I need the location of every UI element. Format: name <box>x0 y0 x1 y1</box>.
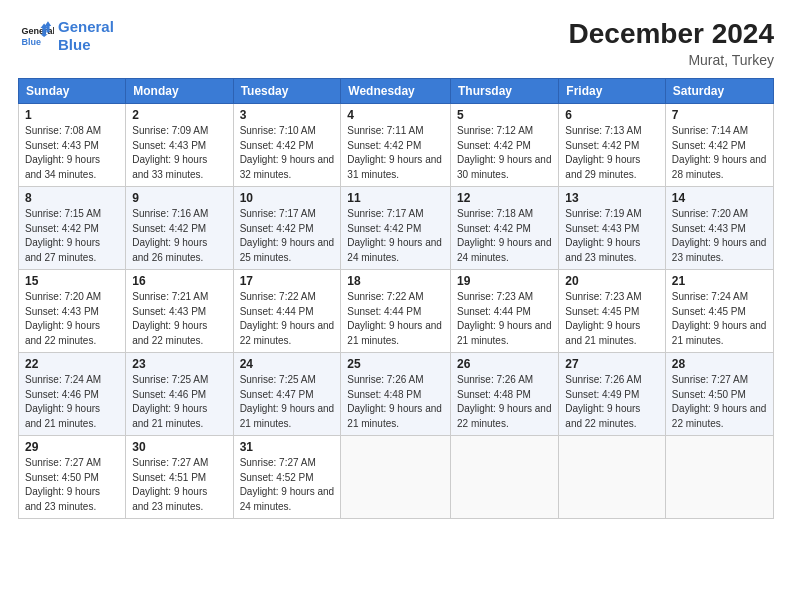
calendar-cell: 4 Sunrise: 7:11 AM Sunset: 4:42 PM Dayli… <box>341 104 451 187</box>
col-saturday: Saturday <box>665 79 773 104</box>
calendar-cell: 20 Sunrise: 7:23 AM Sunset: 4:45 PM Dayl… <box>559 270 666 353</box>
calendar-cell: 26 Sunrise: 7:26 AM Sunset: 4:48 PM Dayl… <box>450 353 558 436</box>
day-number: 14 <box>672 191 767 205</box>
calendar-cell: 25 Sunrise: 7:26 AM Sunset: 4:48 PM Dayl… <box>341 353 451 436</box>
day-info: Sunrise: 7:24 AM Sunset: 4:46 PM Dayligh… <box>25 374 101 429</box>
calendar-week-row: 15 Sunrise: 7:20 AM Sunset: 4:43 PM Dayl… <box>19 270 774 353</box>
day-number: 17 <box>240 274 335 288</box>
day-info: Sunrise: 7:21 AM Sunset: 4:43 PM Dayligh… <box>132 291 208 346</box>
col-monday: Monday <box>126 79 233 104</box>
main-title: December 2024 <box>569 18 774 50</box>
day-info: Sunrise: 7:25 AM Sunset: 4:46 PM Dayligh… <box>132 374 208 429</box>
page: General Blue GeneralBlue December 2024 M… <box>0 0 792 612</box>
calendar-cell: 7 Sunrise: 7:14 AM Sunset: 4:42 PM Dayli… <box>665 104 773 187</box>
day-info: Sunrise: 7:27 AM Sunset: 4:50 PM Dayligh… <box>672 374 767 429</box>
logo-text: GeneralBlue <box>58 18 114 54</box>
day-number: 9 <box>132 191 226 205</box>
day-number: 13 <box>565 191 659 205</box>
calendar-cell: 12 Sunrise: 7:18 AM Sunset: 4:42 PM Dayl… <box>450 187 558 270</box>
calendar-cell-empty <box>665 436 773 519</box>
day-info: Sunrise: 7:08 AM Sunset: 4:43 PM Dayligh… <box>25 125 101 180</box>
logo-icon: General Blue <box>18 18 54 54</box>
day-info: Sunrise: 7:23 AM Sunset: 4:45 PM Dayligh… <box>565 291 641 346</box>
day-number: 18 <box>347 274 444 288</box>
day-number: 4 <box>347 108 444 122</box>
calendar-cell: 18 Sunrise: 7:22 AM Sunset: 4:44 PM Dayl… <box>341 270 451 353</box>
day-info: Sunrise: 7:13 AM Sunset: 4:42 PM Dayligh… <box>565 125 641 180</box>
day-info: Sunrise: 7:22 AM Sunset: 4:44 PM Dayligh… <box>347 291 442 346</box>
day-info: Sunrise: 7:09 AM Sunset: 4:43 PM Dayligh… <box>132 125 208 180</box>
day-info: Sunrise: 7:27 AM Sunset: 4:52 PM Dayligh… <box>240 457 335 512</box>
calendar-cell: 31 Sunrise: 7:27 AM Sunset: 4:52 PM Dayl… <box>233 436 341 519</box>
day-number: 30 <box>132 440 226 454</box>
day-info: Sunrise: 7:26 AM Sunset: 4:49 PM Dayligh… <box>565 374 641 429</box>
calendar-week-row: 1 Sunrise: 7:08 AM Sunset: 4:43 PM Dayli… <box>19 104 774 187</box>
calendar-cell: 30 Sunrise: 7:27 AM Sunset: 4:51 PM Dayl… <box>126 436 233 519</box>
day-number: 7 <box>672 108 767 122</box>
calendar-cell: 28 Sunrise: 7:27 AM Sunset: 4:50 PM Dayl… <box>665 353 773 436</box>
day-info: Sunrise: 7:23 AM Sunset: 4:44 PM Dayligh… <box>457 291 552 346</box>
calendar-cell: 2 Sunrise: 7:09 AM Sunset: 4:43 PM Dayli… <box>126 104 233 187</box>
calendar-cell: 11 Sunrise: 7:17 AM Sunset: 4:42 PM Dayl… <box>341 187 451 270</box>
calendar-cell: 27 Sunrise: 7:26 AM Sunset: 4:49 PM Dayl… <box>559 353 666 436</box>
day-number: 29 <box>25 440 119 454</box>
day-info: Sunrise: 7:22 AM Sunset: 4:44 PM Dayligh… <box>240 291 335 346</box>
calendar-table: Sunday Monday Tuesday Wednesday Thursday… <box>18 78 774 519</box>
day-info: Sunrise: 7:24 AM Sunset: 4:45 PM Dayligh… <box>672 291 767 346</box>
calendar-cell-empty <box>559 436 666 519</box>
day-info: Sunrise: 7:25 AM Sunset: 4:47 PM Dayligh… <box>240 374 335 429</box>
day-info: Sunrise: 7:26 AM Sunset: 4:48 PM Dayligh… <box>347 374 442 429</box>
calendar-week-row: 29 Sunrise: 7:27 AM Sunset: 4:50 PM Dayl… <box>19 436 774 519</box>
day-info: Sunrise: 7:18 AM Sunset: 4:42 PM Dayligh… <box>457 208 552 263</box>
day-number: 28 <box>672 357 767 371</box>
day-info: Sunrise: 7:15 AM Sunset: 4:42 PM Dayligh… <box>25 208 101 263</box>
calendar-cell: 13 Sunrise: 7:19 AM Sunset: 4:43 PM Dayl… <box>559 187 666 270</box>
calendar-cell: 16 Sunrise: 7:21 AM Sunset: 4:43 PM Dayl… <box>126 270 233 353</box>
calendar-cell: 22 Sunrise: 7:24 AM Sunset: 4:46 PM Dayl… <box>19 353 126 436</box>
day-number: 8 <box>25 191 119 205</box>
calendar-cell: 3 Sunrise: 7:10 AM Sunset: 4:42 PM Dayli… <box>233 104 341 187</box>
logo: General Blue GeneralBlue <box>18 18 114 54</box>
calendar-cell: 5 Sunrise: 7:12 AM Sunset: 4:42 PM Dayli… <box>450 104 558 187</box>
day-info: Sunrise: 7:20 AM Sunset: 4:43 PM Dayligh… <box>25 291 101 346</box>
calendar-header-row: Sunday Monday Tuesday Wednesday Thursday… <box>19 79 774 104</box>
day-number: 25 <box>347 357 444 371</box>
day-number: 15 <box>25 274 119 288</box>
day-number: 16 <box>132 274 226 288</box>
calendar-cell: 23 Sunrise: 7:25 AM Sunset: 4:46 PM Dayl… <box>126 353 233 436</box>
day-number: 23 <box>132 357 226 371</box>
day-info: Sunrise: 7:19 AM Sunset: 4:43 PM Dayligh… <box>565 208 641 263</box>
calendar-cell: 8 Sunrise: 7:15 AM Sunset: 4:42 PM Dayli… <box>19 187 126 270</box>
day-number: 5 <box>457 108 552 122</box>
calendar-cell: 15 Sunrise: 7:20 AM Sunset: 4:43 PM Dayl… <box>19 270 126 353</box>
calendar-cell: 29 Sunrise: 7:27 AM Sunset: 4:50 PM Dayl… <box>19 436 126 519</box>
calendar-cell: 6 Sunrise: 7:13 AM Sunset: 4:42 PM Dayli… <box>559 104 666 187</box>
col-sunday: Sunday <box>19 79 126 104</box>
col-thursday: Thursday <box>450 79 558 104</box>
col-tuesday: Tuesday <box>233 79 341 104</box>
day-number: 31 <box>240 440 335 454</box>
calendar-cell: 19 Sunrise: 7:23 AM Sunset: 4:44 PM Dayl… <box>450 270 558 353</box>
svg-text:Blue: Blue <box>22 37 42 47</box>
day-info: Sunrise: 7:27 AM Sunset: 4:51 PM Dayligh… <box>132 457 208 512</box>
calendar-cell: 17 Sunrise: 7:22 AM Sunset: 4:44 PM Dayl… <box>233 270 341 353</box>
col-friday: Friday <box>559 79 666 104</box>
calendar-cell: 24 Sunrise: 7:25 AM Sunset: 4:47 PM Dayl… <box>233 353 341 436</box>
day-info: Sunrise: 7:14 AM Sunset: 4:42 PM Dayligh… <box>672 125 767 180</box>
day-info: Sunrise: 7:27 AM Sunset: 4:50 PM Dayligh… <box>25 457 101 512</box>
day-number: 24 <box>240 357 335 371</box>
day-info: Sunrise: 7:20 AM Sunset: 4:43 PM Dayligh… <box>672 208 767 263</box>
day-number: 11 <box>347 191 444 205</box>
title-block: December 2024 Murat, Turkey <box>569 18 774 68</box>
day-info: Sunrise: 7:12 AM Sunset: 4:42 PM Dayligh… <box>457 125 552 180</box>
day-number: 6 <box>565 108 659 122</box>
day-number: 3 <box>240 108 335 122</box>
calendar-cell: 14 Sunrise: 7:20 AM Sunset: 4:43 PM Dayl… <box>665 187 773 270</box>
calendar-cell-empty <box>341 436 451 519</box>
day-number: 2 <box>132 108 226 122</box>
header: General Blue GeneralBlue December 2024 M… <box>18 18 774 68</box>
col-wednesday: Wednesday <box>341 79 451 104</box>
calendar-week-row: 22 Sunrise: 7:24 AM Sunset: 4:46 PM Dayl… <box>19 353 774 436</box>
day-number: 20 <box>565 274 659 288</box>
day-number: 21 <box>672 274 767 288</box>
